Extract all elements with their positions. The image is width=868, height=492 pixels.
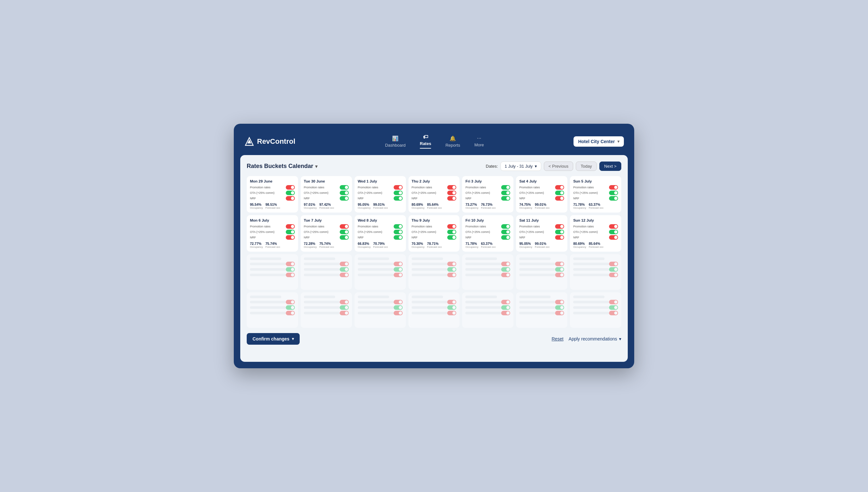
toggle-red[interactable]: [555, 235, 564, 240]
toggle-red[interactable]: [609, 224, 618, 229]
toggle-green[interactable]: [286, 191, 295, 195]
toggle-red[interactable]: [555, 311, 564, 315]
toggle-red[interactable]: [286, 196, 295, 201]
toggle-green[interactable]: [501, 230, 510, 234]
toggle-green[interactable]: [555, 191, 564, 195]
toggle-green[interactable]: [286, 230, 295, 234]
toggle-green[interactable]: [393, 196, 403, 201]
toggle-red[interactable]: [609, 311, 618, 315]
toggle-red[interactable]: [393, 273, 403, 277]
toggle-red[interactable]: [609, 300, 618, 304]
toggle-red[interactable]: [286, 224, 295, 229]
toggle-green[interactable]: [340, 305, 349, 310]
toggle-red[interactable]: [555, 196, 564, 201]
toggle-red[interactable]: [609, 273, 618, 277]
toggle-red[interactable]: [447, 196, 456, 201]
apply-recommendations-button[interactable]: Apply recommendations ▾: [569, 336, 621, 342]
rate-row-faded: [573, 311, 618, 315]
reset-button[interactable]: Reset: [552, 336, 563, 342]
toggle-green[interactable]: [447, 230, 456, 234]
toggle-green[interactable]: [501, 196, 510, 201]
toggle-green[interactable]: [393, 267, 403, 272]
toggle-red[interactable]: [286, 262, 295, 266]
nav-more[interactable]: ··· More: [472, 134, 487, 149]
toggle-green[interactable]: [340, 185, 349, 190]
toggle-green[interactable]: [501, 224, 510, 229]
toggle-green[interactable]: [393, 224, 403, 229]
toggle-red[interactable]: [393, 262, 403, 266]
confirm-changes-button[interactable]: Confirm changes ▾: [247, 333, 300, 345]
toggle-red[interactable]: [501, 262, 510, 266]
nav-dashboard[interactable]: 📊 Dashboard: [382, 134, 408, 149]
toggle-red[interactable]: [609, 262, 618, 266]
toggle-red[interactable]: [447, 262, 456, 266]
toggle-red[interactable]: [555, 273, 564, 277]
toggle-green[interactable]: [501, 235, 510, 240]
toggle-green[interactable]: [501, 185, 510, 190]
toggle-red[interactable]: [286, 273, 295, 277]
toggle-red[interactable]: [447, 224, 456, 229]
toggle-red[interactable]: [340, 311, 349, 315]
toggle-green[interactable]: [501, 267, 510, 272]
page-title[interactable]: Rates Buckets Calendar ▾: [247, 163, 317, 170]
toggle-red[interactable]: [393, 311, 403, 315]
toggle-green[interactable]: [555, 267, 564, 272]
toggle-red[interactable]: [393, 300, 403, 304]
toggle-green[interactable]: [609, 191, 618, 195]
previous-button[interactable]: < Previous: [544, 162, 573, 171]
hotel-selector-button[interactable]: Hotel City Center ▾: [573, 136, 624, 147]
toggle-red[interactable]: [340, 224, 349, 229]
toggle-green[interactable]: [609, 305, 618, 310]
toggle-green[interactable]: [447, 267, 456, 272]
toggle-green[interactable]: [393, 235, 403, 240]
toggle-red[interactable]: [501, 273, 510, 277]
toggle-red[interactable]: [555, 300, 564, 304]
toggle-red[interactable]: [501, 300, 510, 304]
toggle-green[interactable]: [501, 191, 510, 195]
toggle-green[interactable]: [393, 191, 403, 195]
date-range-text: 1 July - 31 July: [505, 164, 533, 169]
toggle-green[interactable]: [501, 305, 510, 310]
toggle-red[interactable]: [286, 311, 295, 315]
today-button[interactable]: Today: [576, 162, 597, 171]
toggle-green[interactable]: [286, 305, 295, 310]
toggle-red[interactable]: [286, 300, 295, 304]
nav-reports[interactable]: 🔔 Reports: [443, 134, 463, 149]
toggle-green[interactable]: [555, 305, 564, 310]
toggle-green[interactable]: [340, 267, 349, 272]
toggle-red[interactable]: [340, 300, 349, 304]
toggle-red[interactable]: [447, 311, 456, 315]
toggle-red[interactable]: [340, 262, 349, 266]
toggle-red[interactable]: [286, 235, 295, 240]
toggle-green[interactable]: [609, 267, 618, 272]
toggle-red[interactable]: [340, 273, 349, 277]
toggle-green[interactable]: [447, 235, 456, 240]
next-button[interactable]: Next >: [599, 162, 621, 171]
toggle-red[interactable]: [555, 185, 564, 190]
toggle-red[interactable]: [447, 300, 456, 304]
toggle-green[interactable]: [286, 267, 295, 272]
toggle-green[interactable]: [555, 230, 564, 234]
toggle-green[interactable]: [340, 230, 349, 234]
toggle-red[interactable]: [286, 185, 295, 190]
toggle-green[interactable]: [340, 191, 349, 195]
placeholder-label: [412, 274, 448, 276]
toggle-red[interactable]: [501, 311, 510, 315]
toggle-red[interactable]: [609, 185, 618, 190]
toggle-red[interactable]: [447, 273, 456, 277]
toggle-green[interactable]: [609, 230, 618, 234]
toggle-green[interactable]: [393, 305, 403, 310]
toggle-green[interactable]: [340, 196, 349, 201]
toggle-green[interactable]: [447, 305, 456, 310]
toggle-green[interactable]: [393, 230, 403, 234]
toggle-red[interactable]: [555, 262, 564, 266]
date-range-button[interactable]: 1 July - 31 July ▾: [501, 162, 541, 171]
toggle-red[interactable]: [447, 185, 456, 190]
toggle-red[interactable]: [609, 235, 618, 240]
nav-rates[interactable]: 🏷 Rates: [417, 133, 434, 150]
toggle-green[interactable]: [609, 196, 618, 201]
toggle-green[interactable]: [340, 235, 349, 240]
toggle-red[interactable]: [393, 185, 403, 190]
toggle-red[interactable]: [555, 224, 564, 229]
toggle-red[interactable]: [447, 191, 456, 195]
